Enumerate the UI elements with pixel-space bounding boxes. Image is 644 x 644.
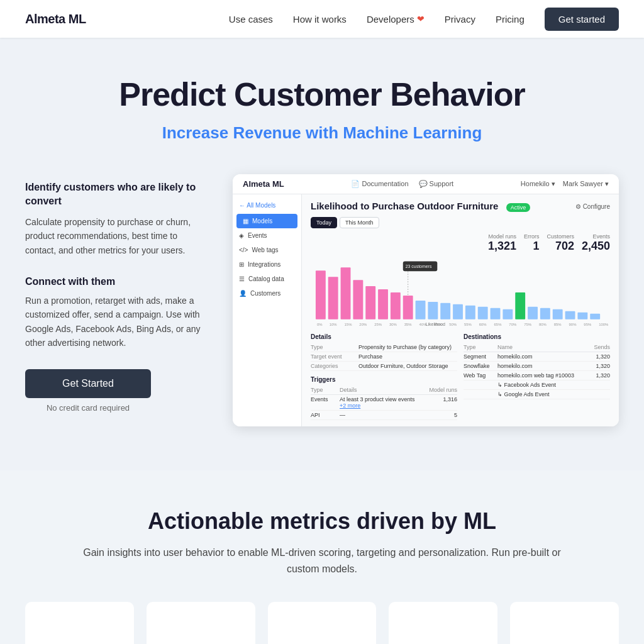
svg-rect-33: [440, 303, 450, 319]
card-4: [389, 602, 497, 644]
dash-sidebar: ← All Models ▦ Models ◈ Events </> Web t…: [233, 194, 302, 426]
hero-heading2: Connect with them: [25, 276, 201, 287]
stat-events: Events 2,450: [582, 233, 610, 253]
svg-rect-35: [465, 306, 475, 319]
dash-body: ← All Models ▦ Models ◈ Events </> Web t…: [233, 194, 619, 426]
card-3: [268, 602, 377, 644]
svg-text:100%: 100%: [599, 323, 609, 326]
section2-title: Actionable metrics driven by ML: [25, 508, 619, 535]
dash-active-badge: Active: [506, 203, 531, 212]
svg-rect-27: [403, 296, 413, 319]
dash-main: Likelihood to Purchase Outdoor Furniture…: [302, 194, 619, 426]
svg-text:50%: 50%: [449, 323, 457, 326]
svg-text:23 customers: 23 customers: [406, 264, 432, 269]
stat-errors: Errors 1: [524, 233, 540, 253]
hero-heading1: Identify customers who are likely to con…: [25, 180, 201, 209]
svg-rect-45: [590, 314, 600, 319]
nav-pricing[interactable]: Pricing: [496, 14, 525, 25]
sidebar-item-events[interactable]: ◈ Events: [233, 228, 301, 243]
events-icon: ◈: [239, 232, 244, 239]
svg-text:20%: 20%: [359, 323, 367, 326]
section2: Actionable metrics driven by ML Gain ins…: [0, 470, 644, 644]
destinations-header: Type Name Sends: [464, 343, 610, 352]
svg-rect-41: [540, 308, 550, 319]
svg-rect-32: [428, 302, 438, 319]
hero-get-started-button[interactable]: Get Started: [25, 369, 151, 398]
svg-rect-25: [378, 289, 388, 319]
hero-para2: Run a promotion, retarget with ads, make…: [25, 294, 201, 350]
nav-use-cases[interactable]: Use cases: [229, 14, 273, 25]
sidebar-item-customers[interactable]: 👤 Customers: [233, 286, 301, 301]
svg-text:75%: 75%: [524, 323, 532, 326]
sidebar-item-catalog[interactable]: ☰ Catalog data: [233, 272, 301, 286]
hero-left-panel: Identify customers who are likely to con…: [25, 174, 201, 413]
svg-rect-31: [416, 301, 426, 319]
navbar: Almeta ML Use cases How it works Develop…: [0, 0, 644, 38]
nav-privacy[interactable]: Privacy: [445, 14, 475, 25]
svg-rect-22: [341, 267, 351, 319]
dest-row-fb: ↳ Facebook Ads Event: [464, 380, 610, 390]
svg-rect-24: [365, 286, 375, 319]
detail-row-target: Target event Purchase: [311, 352, 457, 362]
svg-text:65%: 65%: [494, 323, 502, 326]
dest-row-google: ↳ Google Ads Event: [464, 390, 610, 399]
hero-title: Predict Customer Behavior: [25, 75, 619, 113]
svg-text:60%: 60%: [479, 323, 487, 326]
svg-text:70%: 70%: [509, 323, 517, 326]
dash-logo: Almeta ML: [243, 179, 284, 189]
heart-icon: ❤: [417, 14, 425, 24]
dash-triggers: Triggers Type Details Model runs Events …: [311, 376, 457, 420]
dash-account-user: Mark Sawyer ▾: [563, 180, 609, 188]
dash-configure-btn[interactable]: ⚙ Configure: [575, 203, 610, 210]
svg-text:35%: 35%: [404, 323, 413, 326]
hero-section: Predict Customer Behavior Increase Reven…: [0, 38, 644, 470]
detail-row-categories: Categories Outdoor Furniture, Outdoor St…: [311, 362, 457, 371]
svg-text:0%: 0%: [317, 323, 323, 326]
card-5: [510, 602, 619, 644]
dash-model-title: Likelihood to Purchase Outdoor Furniture: [311, 201, 498, 211]
svg-text:85%: 85%: [554, 323, 562, 326]
dest-row-webtag: Web Tag homekilo.com web tag #10003 1,32…: [464, 371, 610, 380]
dash-stats-row: Model runs 1,321 Errors 1 Customers 702: [311, 233, 610, 253]
svg-text:15%: 15%: [345, 323, 353, 326]
catalog-icon: ☰: [239, 275, 245, 282]
svg-text:30%: 30%: [389, 323, 397, 326]
sidebar-item-webtags[interactable]: </> Web tags: [233, 243, 301, 257]
nav-get-started-button[interactable]: Get started: [545, 8, 619, 31]
nav-how-it-works[interactable]: How it works: [293, 14, 347, 25]
svg-rect-40: [528, 307, 538, 319]
svg-rect-26: [391, 292, 401, 319]
no-credit-card-text: No credit card required: [25, 403, 151, 413]
customers-icon: 👤: [239, 290, 247, 297]
dash-title-row: Likelihood to Purchase Outdoor Furniture…: [311, 201, 610, 212]
nav-links: Use cases How it works Developers ❤ Priv…: [229, 14, 525, 25]
integrations-icon: ⊞: [239, 261, 244, 268]
svg-text:95%: 95%: [584, 323, 592, 326]
hero-para1: Calculate propensity to purchase or chur…: [25, 215, 201, 257]
time-btn-this-month[interactable]: This Month: [340, 217, 379, 228]
svg-rect-23: [353, 280, 363, 319]
dash-details-destinations: Details Type Propensity to Purchase (by …: [311, 333, 610, 420]
stat-model-runs: Model runs 1,321: [488, 233, 516, 253]
section2-description: Gain insights into user behavior to enab…: [70, 545, 574, 577]
time-btn-today[interactable]: Today: [311, 217, 337, 228]
dash-topbar: Almeta ML 📄 Documentation 💬 Support Home…: [233, 174, 619, 194]
dest-row-snowflake: Snowflake homekilo.com 1,320: [464, 362, 610, 371]
sidebar-item-models[interactable]: ▦ Models: [236, 214, 297, 228]
card-1: [25, 602, 134, 644]
dash-topbar-right: Homekilo ▾ Mark Sawyer ▾: [521, 180, 609, 188]
sidebar-item-integrations[interactable]: ⊞ Integrations: [233, 257, 301, 272]
svg-text:80%: 80%: [539, 323, 547, 326]
nav-developers[interactable]: Developers ❤: [367, 14, 425, 25]
dash-time-btns: Today This Month: [311, 217, 610, 228]
svg-text:55%: 55%: [464, 323, 472, 326]
svg-rect-37: [491, 308, 501, 319]
nav-logo[interactable]: Almeta ML: [25, 12, 86, 26]
models-icon: ▦: [243, 218, 248, 225]
hero-subtitle: Increase Revenue with Machine Learning: [25, 123, 619, 143]
detail-row-type: Type Propensity to Purchase (by category…: [311, 343, 457, 352]
stat-customers: Customers 702: [547, 233, 574, 253]
svg-text:25%: 25%: [374, 323, 382, 326]
dash-back-link[interactable]: ← All Models: [233, 202, 301, 209]
hero-content: Identify customers who are likely to con…: [25, 174, 619, 426]
